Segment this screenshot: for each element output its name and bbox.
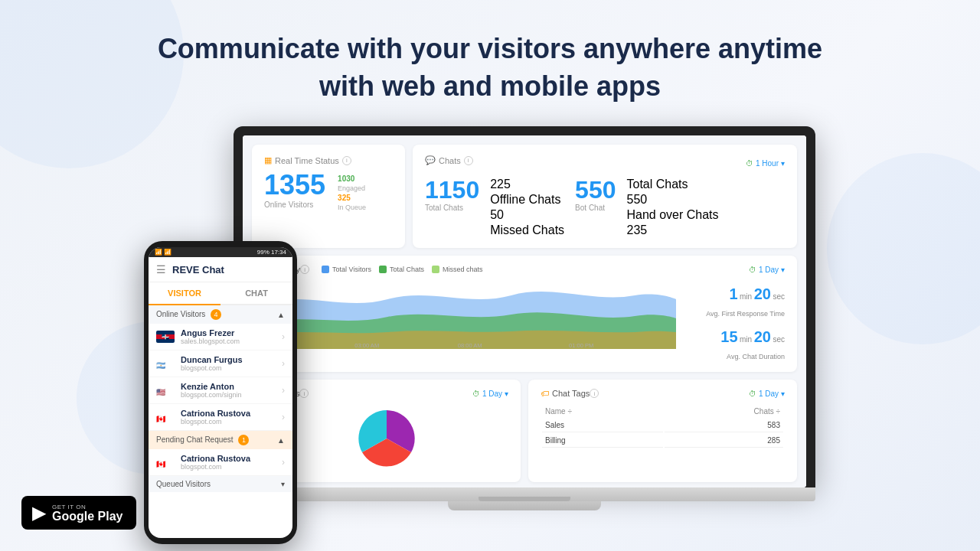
phone-tabs: VISITOR CHAT [149, 282, 292, 305]
visitor-item-1: 🇩🇴 Angus Frezer sales.blogspot.com › [149, 324, 292, 350]
section-expand-icon[interactable]: ▲ [277, 311, 285, 319]
visitor-expand-2: › [282, 358, 285, 369]
phone-app-title: REVE Chat [172, 264, 224, 276]
channels-info-icon[interactable]: i [299, 389, 309, 398]
visitor-item-2: 🇦🇷 Duncan Furgus blogspot.com › [149, 350, 292, 377]
flag-ca-pending: 🇨🇦 [156, 456, 175, 468]
online-visitors-section: Online Visitors 4 ▲ [149, 305, 292, 324]
table-row: Billing 285 [542, 434, 783, 448]
pending-visitor-item: 🇨🇦 Catriona Rustova blogspot.com › [149, 449, 292, 476]
offline-chats-label: Offline Chats [490, 193, 564, 207]
phone-outer: 📶 📶 99% 17:34 ☰ REVE Chat VISITOR CHAT O… [144, 241, 297, 544]
status-bar-icons: 📶 📶 [155, 249, 172, 256]
pending-visitor-info: Catriona Rustova blogspot.com [181, 454, 250, 471]
total-chats-side-num: 550 [627, 193, 719, 207]
channels-time-filter[interactable]: ⏱ 1 Day ▾ [472, 390, 508, 398]
queued-expand-icon[interactable]: ▾ [281, 480, 285, 488]
svg-text:03:00 AM: 03:00 AM [354, 342, 379, 349]
chevron-down-icon: ▾ [781, 266, 785, 274]
avg-first-response: 1 min 20 sec [685, 280, 785, 308]
chats-info-icon[interactable]: i [464, 156, 473, 165]
visitor-expand-4: › [282, 412, 285, 422]
chats-time-filter[interactable]: ⏱ 1 Hour ▾ [746, 159, 785, 168]
tags-col-name: Name ÷ [542, 406, 663, 417]
summary-body: 10:00 PM 03:00 AM 08:00 AM 01:00 PM 1 [264, 280, 785, 363]
visitor-name-2: Duncan Furgus [181, 355, 243, 364]
tag-chats-1: 583 [665, 419, 783, 432]
dashboard: ▦ Real Time Status i 1355 Online Visitor… [243, 135, 806, 487]
phone-screen: 📶 📶 99% 17:34 ☰ REVE Chat VISITOR CHAT O… [149, 247, 292, 538]
online-visitors-label: Online Visitors 4 [156, 309, 221, 320]
missed-chats-num: 50 [490, 208, 564, 222]
visitor-url-2: blogspot.com [181, 364, 243, 372]
dashboard-row-2: Summary i Total Visitors Tot [252, 256, 797, 372]
summary-info-icon[interactable]: i [300, 265, 309, 274]
phone-device: 📶 📶 99% 17:34 ☰ REVE Chat VISITOR CHAT O… [144, 241, 297, 544]
laptop-screen-inner: ▦ Real Time Status i 1355 Online Visitor… [243, 135, 806, 487]
tags-col-chats: Chats ÷ [665, 406, 783, 417]
queued-label: Queued Visitors [156, 480, 211, 488]
legend-total-visitors: Total Visitors [322, 266, 371, 273]
flag-do: 🇩🇴 [156, 331, 175, 343]
visitor-expand-3: › [282, 385, 285, 396]
tag-name-2: Billing [542, 434, 663, 448]
pending-expand-icon[interactable]: ▲ [277, 436, 285, 445]
tab-visitor[interactable]: VISITOR [149, 282, 220, 305]
flag-us: 🇺🇸 [156, 384, 175, 396]
visitor-url-3: blogspot.com/signin [181, 391, 242, 399]
pie-chart-svg [345, 406, 429, 471]
laptop-stand [448, 501, 601, 510]
svg-text:01:00 PM: 01:00 PM [569, 342, 593, 349]
chart-legend: Total Visitors Total Chats Missed chats [322, 266, 482, 273]
visitor-item-4: 🇨🇦 Catriona Rustova blogspot.com › [149, 404, 292, 431]
offline-chats-num: 225 [490, 178, 564, 191]
summary-time-filter[interactable]: ⏱ 1 Day ▾ [749, 266, 785, 274]
channels-pie [264, 404, 508, 473]
visitor-url-1: sales.blogspot.com [181, 337, 240, 345]
hamburger-icon[interactable]: ☰ [156, 263, 166, 276]
laptop-screen-outer: ▦ Real Time Status i 1355 Online Visitor… [234, 126, 815, 487]
bot-chat-label: Bot Chat [575, 204, 616, 212]
visitor-info-1: Angus Frezer sales.blogspot.com [181, 328, 240, 345]
avg-duration-label: Avg. Chat Duration [685, 350, 785, 363]
table-row: Sales 583 [542, 419, 783, 432]
laptop-device: ▦ Real Time Status i 1355 Online Visitor… [234, 126, 815, 510]
google-play-badge[interactable]: ▶ GET IT ON Google Play [21, 496, 136, 530]
chevron-down-icon: ▾ [781, 159, 785, 168]
tags-info-icon[interactable]: i [590, 389, 599, 398]
channels-header: Channels i ⏱ 1 Day ▾ [264, 389, 508, 398]
visitor-info-4: Catriona Rustova blogspot.com [181, 409, 250, 425]
realtime-title: ▦ Real Time Status i [264, 155, 393, 165]
visitor-info-2: Duncan Furgus blogspot.com [181, 355, 243, 372]
tags-header: 🏷 Chat Tags i ⏱ 1 Day ▾ [541, 389, 785, 398]
tags-time-filter[interactable]: ⏱ 1 Day ▾ [749, 390, 785, 398]
play-store-name: Google Play [52, 510, 122, 523]
realtime-stats: 1355 Online Visitors 1030 Engaged 325 In… [264, 171, 393, 211]
laptop-base [234, 487, 815, 501]
main-content: ▦ Real Time Status i 1355 Online Visitor… [0, 119, 980, 551]
visitor-item-3: 🇺🇸 Kenzie Anton blogspot.com/signin › [149, 377, 292, 404]
pending-badge: 1 [238, 435, 249, 445]
dashboard-row-3: Channels i ⏱ 1 Day ▾ [252, 380, 797, 482]
tab-chat[interactable]: CHAT [220, 282, 292, 304]
visitor-name-1: Angus Frezer [181, 328, 240, 337]
pending-visitor-url: blogspot.com [181, 463, 250, 471]
headline: Communicate with your visitors anywhere … [15, 31, 965, 105]
visitor-name-4: Catriona Rustova [181, 409, 250, 418]
summary-card: Summary i Total Visitors Tot [252, 256, 797, 372]
chat-tags-card: 🏷 Chat Tags i ⏱ 1 Day ▾ [528, 380, 797, 482]
summary-chart-svg: 10:00 PM 03:00 AM 08:00 AM 01:00 PM [264, 280, 676, 349]
avg-first-label: Avg. First Response Time [685, 308, 785, 320]
phone-app-header: ☰ REVE Chat [149, 257, 292, 282]
total-chats-side-label: Total Chats [627, 178, 719, 191]
phone-status-bar: 📶 📶 99% 17:34 [149, 247, 292, 257]
realtime-info-icon[interactable]: i [342, 156, 351, 165]
legend-total-chats: Total Chats [379, 266, 424, 273]
chevron-down-icon: ▾ [505, 390, 508, 398]
chats-card: 💬 Chats i ⏱ 1 Hour ▾ [413, 145, 797, 248]
visitor-info-3: Kenzie Anton blogspot.com/signin [181, 382, 242, 399]
visitor-name-3: Kenzie Anton [181, 382, 242, 391]
realtime-side-stats: 1030 Engaged 325 In Queue [338, 171, 366, 211]
legend-missed-chats: Missed chats [432, 266, 483, 273]
visitor-url-4: blogspot.com [181, 418, 250, 425]
